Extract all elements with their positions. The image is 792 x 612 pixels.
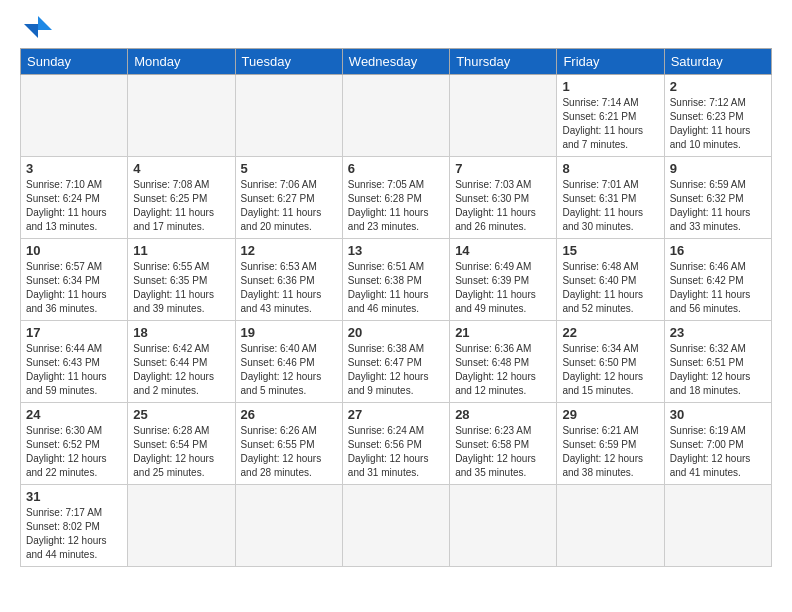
calendar-cell: 8Sunrise: 7:01 AM Sunset: 6:31 PM Daylig…	[557, 157, 664, 239]
day-info: Sunrise: 6:30 AM Sunset: 6:52 PM Dayligh…	[26, 424, 122, 480]
day-info: Sunrise: 6:55 AM Sunset: 6:35 PM Dayligh…	[133, 260, 229, 316]
day-info: Sunrise: 6:53 AM Sunset: 6:36 PM Dayligh…	[241, 260, 337, 316]
weekday-header-row: SundayMondayTuesdayWednesdayThursdayFrid…	[21, 49, 772, 75]
day-info: Sunrise: 6:19 AM Sunset: 7:00 PM Dayligh…	[670, 424, 766, 480]
day-number: 2	[670, 79, 766, 94]
day-number: 6	[348, 161, 444, 176]
calendar-cell	[235, 485, 342, 567]
weekday-header-saturday: Saturday	[664, 49, 771, 75]
day-info: Sunrise: 6:23 AM Sunset: 6:58 PM Dayligh…	[455, 424, 551, 480]
day-number: 21	[455, 325, 551, 340]
day-info: Sunrise: 7:05 AM Sunset: 6:28 PM Dayligh…	[348, 178, 444, 234]
day-number: 31	[26, 489, 122, 504]
calendar-cell: 23Sunrise: 6:32 AM Sunset: 6:51 PM Dayli…	[664, 321, 771, 403]
day-info: Sunrise: 6:36 AM Sunset: 6:48 PM Dayligh…	[455, 342, 551, 398]
day-number: 20	[348, 325, 444, 340]
day-info: Sunrise: 6:44 AM Sunset: 6:43 PM Dayligh…	[26, 342, 122, 398]
day-info: Sunrise: 7:12 AM Sunset: 6:23 PM Dayligh…	[670, 96, 766, 152]
day-number: 19	[241, 325, 337, 340]
day-info: Sunrise: 6:49 AM Sunset: 6:39 PM Dayligh…	[455, 260, 551, 316]
calendar-cell	[128, 485, 235, 567]
calendar-cell	[450, 485, 557, 567]
day-number: 3	[26, 161, 122, 176]
day-number: 26	[241, 407, 337, 422]
day-number: 9	[670, 161, 766, 176]
day-number: 10	[26, 243, 122, 258]
day-number: 12	[241, 243, 337, 258]
day-number: 11	[133, 243, 229, 258]
day-info: Sunrise: 6:34 AM Sunset: 6:50 PM Dayligh…	[562, 342, 658, 398]
day-number: 13	[348, 243, 444, 258]
calendar-cell: 12Sunrise: 6:53 AM Sunset: 6:36 PM Dayli…	[235, 239, 342, 321]
calendar-cell: 16Sunrise: 6:46 AM Sunset: 6:42 PM Dayli…	[664, 239, 771, 321]
day-number: 4	[133, 161, 229, 176]
calendar-week-2: 3Sunrise: 7:10 AM Sunset: 6:24 PM Daylig…	[21, 157, 772, 239]
calendar-week-1: 1Sunrise: 7:14 AM Sunset: 6:21 PM Daylig…	[21, 75, 772, 157]
day-info: Sunrise: 6:46 AM Sunset: 6:42 PM Dayligh…	[670, 260, 766, 316]
calendar-cell	[450, 75, 557, 157]
day-number: 24	[26, 407, 122, 422]
calendar-cell: 24Sunrise: 6:30 AM Sunset: 6:52 PM Dayli…	[21, 403, 128, 485]
calendar-cell: 18Sunrise: 6:42 AM Sunset: 6:44 PM Dayli…	[128, 321, 235, 403]
day-info: Sunrise: 6:59 AM Sunset: 6:32 PM Dayligh…	[670, 178, 766, 234]
day-info: Sunrise: 6:51 AM Sunset: 6:38 PM Dayligh…	[348, 260, 444, 316]
calendar-cell: 15Sunrise: 6:48 AM Sunset: 6:40 PM Dayli…	[557, 239, 664, 321]
day-number: 28	[455, 407, 551, 422]
day-info: Sunrise: 7:06 AM Sunset: 6:27 PM Dayligh…	[241, 178, 337, 234]
day-number: 7	[455, 161, 551, 176]
calendar-cell: 30Sunrise: 6:19 AM Sunset: 7:00 PM Dayli…	[664, 403, 771, 485]
day-info: Sunrise: 6:40 AM Sunset: 6:46 PM Dayligh…	[241, 342, 337, 398]
day-number: 23	[670, 325, 766, 340]
day-info: Sunrise: 7:08 AM Sunset: 6:25 PM Dayligh…	[133, 178, 229, 234]
weekday-header-wednesday: Wednesday	[342, 49, 449, 75]
calendar-cell: 4Sunrise: 7:08 AM Sunset: 6:25 PM Daylig…	[128, 157, 235, 239]
calendar-week-4: 17Sunrise: 6:44 AM Sunset: 6:43 PM Dayli…	[21, 321, 772, 403]
calendar-cell: 11Sunrise: 6:55 AM Sunset: 6:35 PM Dayli…	[128, 239, 235, 321]
calendar-cell: 29Sunrise: 6:21 AM Sunset: 6:59 PM Dayli…	[557, 403, 664, 485]
calendar-cell	[664, 485, 771, 567]
day-number: 18	[133, 325, 229, 340]
calendar-cell: 26Sunrise: 6:26 AM Sunset: 6:55 PM Dayli…	[235, 403, 342, 485]
day-info: Sunrise: 6:57 AM Sunset: 6:34 PM Dayligh…	[26, 260, 122, 316]
calendar-cell: 1Sunrise: 7:14 AM Sunset: 6:21 PM Daylig…	[557, 75, 664, 157]
calendar-cell	[342, 75, 449, 157]
calendar-cell: 17Sunrise: 6:44 AM Sunset: 6:43 PM Dayli…	[21, 321, 128, 403]
calendar-cell: 31Sunrise: 7:17 AM Sunset: 8:02 PM Dayli…	[21, 485, 128, 567]
day-number: 29	[562, 407, 658, 422]
calendar-cell: 20Sunrise: 6:38 AM Sunset: 6:47 PM Dayli…	[342, 321, 449, 403]
day-info: Sunrise: 6:21 AM Sunset: 6:59 PM Dayligh…	[562, 424, 658, 480]
day-info: Sunrise: 6:38 AM Sunset: 6:47 PM Dayligh…	[348, 342, 444, 398]
weekday-header-sunday: Sunday	[21, 49, 128, 75]
day-info: Sunrise: 7:01 AM Sunset: 6:31 PM Dayligh…	[562, 178, 658, 234]
svg-marker-1	[24, 24, 38, 38]
calendar-cell	[128, 75, 235, 157]
calendar-cell: 14Sunrise: 6:49 AM Sunset: 6:39 PM Dayli…	[450, 239, 557, 321]
day-info: Sunrise: 6:32 AM Sunset: 6:51 PM Dayligh…	[670, 342, 766, 398]
weekday-header-monday: Monday	[128, 49, 235, 75]
day-number: 16	[670, 243, 766, 258]
calendar-cell: 3Sunrise: 7:10 AM Sunset: 6:24 PM Daylig…	[21, 157, 128, 239]
calendar-cell: 22Sunrise: 6:34 AM Sunset: 6:50 PM Dayli…	[557, 321, 664, 403]
day-number: 5	[241, 161, 337, 176]
day-info: Sunrise: 6:26 AM Sunset: 6:55 PM Dayligh…	[241, 424, 337, 480]
calendar-cell: 27Sunrise: 6:24 AM Sunset: 6:56 PM Dayli…	[342, 403, 449, 485]
calendar-cell: 6Sunrise: 7:05 AM Sunset: 6:28 PM Daylig…	[342, 157, 449, 239]
day-number: 27	[348, 407, 444, 422]
day-info: Sunrise: 6:24 AM Sunset: 6:56 PM Dayligh…	[348, 424, 444, 480]
calendar-cell: 25Sunrise: 6:28 AM Sunset: 6:54 PM Dayli…	[128, 403, 235, 485]
day-info: Sunrise: 6:28 AM Sunset: 6:54 PM Dayligh…	[133, 424, 229, 480]
svg-marker-0	[38, 16, 52, 30]
calendar-cell: 9Sunrise: 6:59 AM Sunset: 6:32 PM Daylig…	[664, 157, 771, 239]
weekday-header-tuesday: Tuesday	[235, 49, 342, 75]
weekday-header-friday: Friday	[557, 49, 664, 75]
day-number: 30	[670, 407, 766, 422]
calendar-cell: 7Sunrise: 7:03 AM Sunset: 6:30 PM Daylig…	[450, 157, 557, 239]
calendar: SundayMondayTuesdayWednesdayThursdayFrid…	[20, 48, 772, 567]
calendar-week-3: 10Sunrise: 6:57 AM Sunset: 6:34 PM Dayli…	[21, 239, 772, 321]
calendar-cell: 5Sunrise: 7:06 AM Sunset: 6:27 PM Daylig…	[235, 157, 342, 239]
calendar-cell: 19Sunrise: 6:40 AM Sunset: 6:46 PM Dayli…	[235, 321, 342, 403]
day-number: 25	[133, 407, 229, 422]
calendar-cell	[235, 75, 342, 157]
logo	[20, 16, 52, 38]
calendar-cell: 13Sunrise: 6:51 AM Sunset: 6:38 PM Dayli…	[342, 239, 449, 321]
